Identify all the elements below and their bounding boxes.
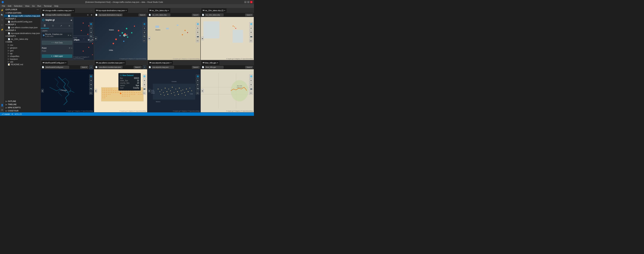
tool-globe-airports[interactable]: 🌐 — [196, 74, 200, 78]
toolbar-split-blue-hills[interactable]: 📄 — [202, 66, 204, 69]
tool-grid-lakes[interactable]: ⊞ — [196, 30, 200, 34]
tool-camera-lakes[interactable]: 📷 — [196, 34, 200, 38]
tool-globe-bike[interactable]: 🌐 — [89, 74, 93, 78]
kepler-nav-filters[interactable]: ▽ — [49, 23, 57, 28]
minimize-button[interactable]: — — [244, 1, 246, 3]
tool-compass-icon[interactable]: ⊕ — [89, 26, 93, 30]
tool-globe-lakes2[interactable]: 🌐 — [249, 22, 253, 26]
tab-lakes[interactable]: 🗺 ne_10m_lakes.shp ✕ — [148, 8, 170, 12]
tool-compass-bike[interactable]: ⊕ — [89, 79, 93, 82]
tab-close-expat[interactable]: ✕ — [126, 10, 127, 12]
save-lakes-button[interactable]: Save ▾ — [192, 14, 200, 16]
toolbar-split-airports[interactable]: 📄 — [148, 66, 151, 69]
tab-expat[interactable]: 🗺 top-expat-destinations.map.json ✕ — [95, 8, 128, 12]
toolbar-split-bike[interactable]: 📄 — [42, 66, 44, 69]
kepler-nav-map[interactable]: ≡ — [65, 23, 74, 28]
sidebar-section-group5[interactable]: ▾GROUP 5 — [4, 34, 40, 38]
sidebar-item-csv[interactable]: ▷ csv — [4, 44, 40, 46]
sidebar-item-gml[interactable]: ▷ gml — [4, 49, 40, 52]
tool-compass-blue-hills[interactable]: ⊕ — [249, 79, 253, 82]
tool-globe-icon[interactable]: 🌐 — [89, 22, 93, 26]
sidebar-section-group2[interactable]: ▾GROUP 2 — [4, 17, 40, 20]
status-sync[interactable]: ⟳ — [12, 113, 13, 115]
panel-more-btn[interactable]: ··· — [90, 10, 93, 12]
layer-options-icon[interactable]: ▾ — [70, 34, 71, 36]
tool-camera-airports[interactable]: 📷 — [196, 87, 200, 90]
sidebar-item-readme[interactable]: 📝 README.md — [4, 63, 40, 66]
tab-close-icon[interactable]: ✕ — [72, 10, 74, 12]
menu-file[interactable]: File — [1, 4, 6, 8]
tool-compass-airports[interactable]: ⊕ — [196, 79, 200, 82]
add-data-button[interactable]: + + Add Data — [42, 41, 72, 45]
activity-extensions-icon[interactable]: ⚡ — [0, 28, 4, 32]
tool-camera-icon[interactable]: 📷 — [89, 34, 93, 38]
save-blue-hills-button[interactable]: Save ▾ — [245, 66, 253, 68]
sidebar-section-outline[interactable]: ▷OUTLINE — [4, 100, 40, 103]
tool-grid-bike[interactable]: ⊞ — [89, 83, 93, 86]
save-airports-button[interactable]: Save ▾ — [192, 66, 200, 68]
airports-expand-arrow[interactable]: ▶ — [148, 89, 150, 93]
tool-compass-lakes2[interactable]: ⊕ — [249, 26, 253, 30]
sidebar-item-igc[interactable]: ▷ igc — [4, 52, 40, 55]
en-badge-expat[interactable]: EN — [143, 39, 146, 42]
status-branch[interactable]: ⎇ master — [2, 113, 10, 115]
toolbar-split-icon[interactable]: 📄 — [42, 14, 44, 16]
activity-account-icon[interactable]: 👤 — [0, 104, 4, 107]
maximize-button[interactable]: □ — [247, 1, 250, 3]
activity-explorer-icon[interactable]: ⚡ — [0, 8, 4, 12]
toolbar-split-lakes2[interactable]: 📄 — [202, 14, 204, 16]
tab-usa-albers[interactable]: 🗺 usa-albers-counties.topo.json ✕ — [95, 61, 126, 65]
save-usa-button[interactable]: Save ▾ — [134, 66, 142, 68]
tool-grid-blue-hills[interactable]: ⊞ — [249, 83, 253, 86]
tab-blue-hills[interactable]: 🗺 blue_hills.gpx ✕ — [202, 61, 220, 65]
tool-camera-usa[interactable]: 📷 — [143, 87, 146, 90]
save-expat-button[interactable]: Save ▾ — [138, 14, 146, 16]
tool-camera-bike[interactable]: 📷 — [89, 87, 93, 90]
tool-compass-lakes[interactable]: ⊕ — [196, 26, 200, 30]
sidebar-section-codetour[interactable]: ▷CODETOUR — [4, 109, 40, 112]
sidebar-item-shapefiles[interactable]: ▷ shapefiles — [4, 55, 40, 58]
breadcrumb-usa[interactable] — [98, 66, 122, 68]
breadcrumb-lakes-2[interactable] — [205, 14, 224, 16]
tab-close-airports[interactable]: ✕ — [170, 62, 172, 64]
breadcrumb-bike[interactable] — [45, 66, 69, 68]
toolbar-split-expat[interactable]: 📄 — [95, 14, 98, 16]
breadcrumb-lakes[interactable] — [152, 14, 170, 16]
sidebar-section-open-editors[interactable]: ▾OPEN EDITORS — [4, 12, 40, 14]
lakes2-expand-arrow[interactable]: ▶ — [202, 36, 204, 40]
breadcrumb-airports[interactable] — [152, 66, 174, 68]
usa-warning-icon[interactable]: ⚠ — [143, 65, 146, 69]
en-badge-usa[interactable]: EN — [143, 91, 146, 95]
tool-globe-lakes[interactable]: 🌐 — [196, 22, 200, 26]
add-layer-button[interactable]: + + Add Layer — [42, 54, 72, 58]
point-visibility-icon[interactable]: 👁 — [69, 47, 70, 49]
close-button[interactable]: ✕ — [250, 1, 252, 3]
en-badge-lakes2[interactable]: EN — [249, 39, 253, 42]
lakes-expand-arrow[interactable]: ▶ — [148, 36, 150, 40]
sidebar-item-usa-albers[interactable]: 📄 usa-albers-counties.topo.json — [4, 26, 40, 29]
sidebar-item-wkt[interactable]: ▷ wkt — [4, 60, 40, 63]
menu-go[interactable]: Go — [31, 4, 36, 8]
activity-debug-icon[interactable]: ▷ — [0, 23, 4, 26]
en-badge-bike[interactable]: EN — [89, 91, 92, 95]
menu-selection[interactable]: Selection — [13, 4, 24, 8]
sidebar-section-npm[interactable]: ▷NPM SCRIPTS — [4, 106, 40, 109]
tool-compass-usa[interactable]: ⊕ — [143, 79, 146, 82]
tool-globe-expat[interactable]: 🌐 — [143, 22, 146, 26]
en-badge-blue-hills[interactable]: EN — [249, 91, 253, 95]
tab-close-bike[interactable]: ✕ — [65, 62, 66, 64]
menu-terminal[interactable]: Terminal — [43, 4, 53, 8]
sidebar-more-icon[interactable]: ··· — [37, 8, 39, 11]
menu-edit[interactable]: Edit — [7, 4, 12, 8]
tab-lakes-2[interactable]: 🗺 ne_10m_lakes.shp (2) ✕ — [202, 8, 226, 12]
menu-view[interactable]: View — [24, 4, 30, 8]
tab-close-lakes-2[interactable]: ✕ — [224, 10, 225, 12]
breadcrumb-blue-hills[interactable] — [205, 66, 224, 68]
tool-compass-expat[interactable]: ⊕ — [143, 26, 146, 30]
sidebar-item-topojson[interactable]: ▷ topojson — [4, 58, 40, 60]
status-errors[interactable]: ✕ 0 ⚠ 0 — [14, 113, 22, 115]
usa-expand-arrow[interactable]: ▶ — [95, 89, 97, 93]
tab-chicago-crashes[interactable]: 🗺 chicago-traffic-crashes.map.json ✕ — [42, 8, 75, 12]
toolbar-split-lakes[interactable]: 📄 — [148, 14, 151, 16]
activity-git-icon[interactable]: ⑂ — [0, 18, 4, 22]
